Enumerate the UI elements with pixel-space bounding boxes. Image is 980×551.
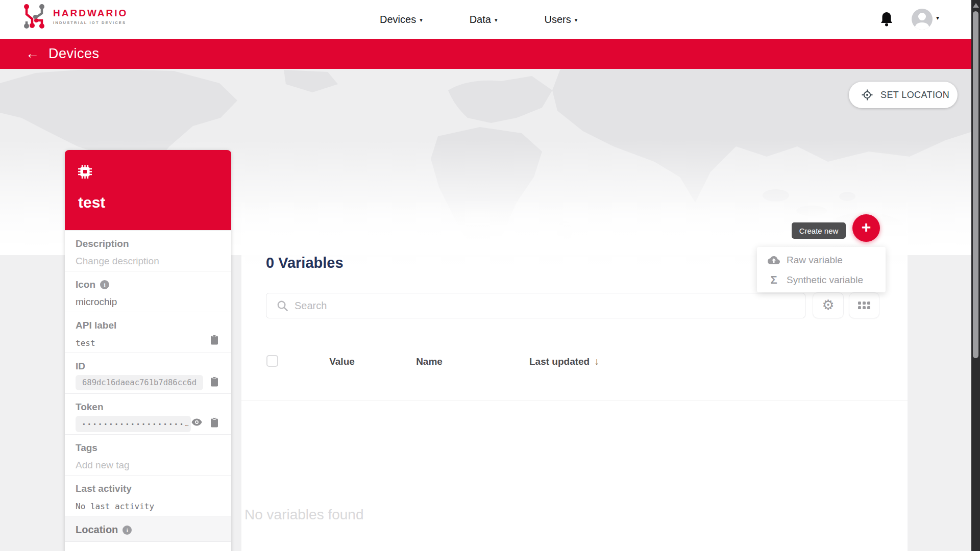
device-row-location: Location i (65, 516, 231, 541)
raw-variable-label: Raw variable (787, 255, 843, 266)
menu-item-synthetic-variable[interactable]: Σ Synthetic variable (757, 270, 886, 290)
id-label: ID (76, 361, 218, 372)
add-new-tag-link[interactable]: Add new tag (76, 460, 218, 471)
description-label: Description (76, 238, 218, 249)
copy-clipboard-icon[interactable] (210, 417, 218, 428)
show-token-eye-icon[interactable] (191, 418, 202, 426)
crosshair-location-icon (862, 89, 873, 101)
nav-item-users-label: Users (544, 14, 571, 25)
last-activity-value: No last activity (76, 502, 218, 511)
device-detail-card: test Description Change description Icon… (65, 150, 231, 551)
location-label-text: Location (76, 524, 118, 536)
grid-dots-icon (858, 302, 870, 309)
table-settings-button[interactable]: ⚙ (813, 292, 844, 318)
icon-label-text: Icon (76, 279, 95, 290)
column-header-last-updated[interactable]: Last updated ↓ (517, 356, 611, 367)
select-all-checkbox[interactable] (266, 355, 278, 367)
create-new-tooltip: Create new (792, 222, 846, 239)
nav-item-data-label: Data (470, 14, 491, 25)
page-header-bar: ← Devices (0, 39, 980, 69)
page-scrollbar[interactable] (971, 0, 980, 551)
gear-icon: ⚙ (822, 298, 834, 312)
token-label: Token (76, 402, 218, 413)
chevron-down-icon: ▾ (575, 17, 578, 23)
last-activity-label: Last activity (76, 483, 218, 494)
icon-label: Icon i (76, 279, 218, 290)
hardwario-cloud-app: HARDWARIO INDUSTRIAL IOT DEVICES Devices… (0, 0, 980, 551)
device-card-next-row (65, 541, 231, 551)
sort-descending-icon: ↓ (595, 356, 600, 367)
brand-name: HARDWARIO (53, 8, 128, 19)
device-row-last-activity: Last activity No last activity (65, 475, 231, 516)
brand-text: HARDWARIO INDUSTRIAL IOT DEVICES (53, 8, 128, 25)
api-label-label: API label (76, 320, 218, 331)
create-variable-fab-button[interactable]: + (852, 214, 880, 242)
table-header-divider (241, 400, 908, 401)
top-navbar: HARDWARIO INDUSTRIAL IOT DEVICES Devices… (0, 0, 980, 39)
microchip-icon (78, 165, 92, 179)
device-row-id: ID 689dc16daeac761b7d86cc6d (65, 353, 231, 393)
tags-label: Tags (76, 442, 218, 454)
device-row-description: Description Change description (65, 230, 231, 271)
device-name: test (76, 194, 231, 211)
nav-item-users[interactable]: Users▾ (544, 14, 577, 26)
api-label-value: test (76, 338, 218, 348)
synthetic-variable-label: Synthetic variable (787, 274, 863, 286)
sigma-icon: Σ (768, 273, 780, 287)
hardwario-logo-icon (22, 3, 46, 30)
device-id-value: 689dc16daeac761b7d86cc6d (76, 375, 203, 390)
chevron-down-icon: ▾ (495, 17, 498, 23)
plus-icon: + (862, 218, 871, 237)
info-icon[interactable]: i (100, 280, 109, 289)
main-nav: Devices▾ Data▾ Users▾ (380, 0, 577, 39)
nav-item-devices[interactable]: Devices▾ (380, 14, 423, 26)
brand-tagline: INDUSTRIAL IOT DEVICES (53, 20, 128, 25)
change-description-link[interactable]: Change description (76, 256, 218, 267)
empty-state-message: No variables found (244, 507, 363, 523)
device-row-tags: Tags Add new tag (65, 434, 231, 475)
last-updated-label: Last updated (529, 356, 590, 367)
search-input[interactable] (295, 300, 754, 312)
set-location-button[interactable]: SET LOCATION (849, 82, 958, 108)
page-title: Devices (48, 46, 100, 62)
column-header-name[interactable]: Name (394, 356, 465, 367)
device-row-api-label: API label test (65, 312, 231, 353)
token-hidden-value: •••••••••••••••••••… (76, 416, 191, 432)
set-location-label: SET LOCATION (880, 90, 949, 101)
back-arrow-icon[interactable]: ← (26, 47, 39, 61)
nav-item-data[interactable]: Data▾ (470, 14, 498, 26)
nav-item-devices-label: Devices (380, 14, 416, 25)
chevron-down-icon: ▾ (420, 17, 423, 23)
notifications-bell-icon[interactable] (880, 11, 893, 27)
copy-clipboard-icon[interactable] (210, 335, 218, 345)
avatar-caret-icon[interactable]: ▾ (936, 14, 939, 21)
column-header-value[interactable]: Value (306, 356, 378, 367)
create-variable-menu: Raw variable Σ Synthetic variable (757, 247, 886, 292)
device-row-icon: Icon i microchip (65, 271, 231, 312)
variables-count-heading: 0 Variables (266, 255, 344, 271)
info-icon[interactable]: i (122, 525, 132, 535)
scrollbar-thumb[interactable] (973, 11, 978, 358)
location-label: Location i (76, 524, 218, 536)
variables-search (266, 293, 805, 318)
search-icon (277, 300, 288, 311)
person-icon (912, 9, 933, 30)
device-card-header: test (65, 150, 231, 230)
menu-item-raw-variable[interactable]: Raw variable (757, 250, 886, 270)
user-avatar[interactable] (912, 9, 933, 30)
scrollbar-up-arrow[interactable] (973, 3, 979, 8)
cloud-upload-icon (768, 256, 780, 265)
view-grid-button[interactable] (849, 292, 879, 318)
icon-value[interactable]: microchip (76, 296, 218, 308)
copy-clipboard-icon[interactable] (210, 377, 218, 387)
device-row-token: Token •••••••••••••••••••… (65, 393, 231, 434)
hardwario-logo[interactable]: HARDWARIO INDUSTRIAL IOT DEVICES (22, 3, 128, 30)
